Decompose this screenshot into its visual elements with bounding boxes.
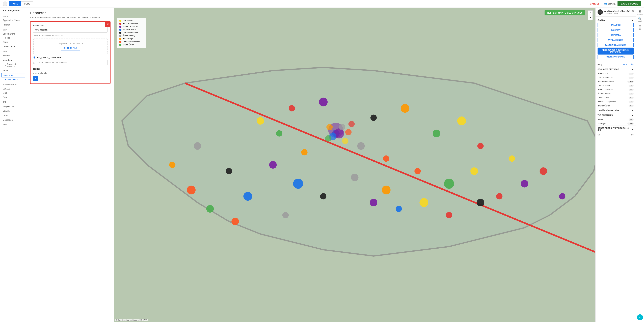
drop-zone[interactable]: Drop new data file here or CHOOSE FILE bbox=[33, 38, 108, 54]
filter-group-zamereni: ZAMĚŘENÍ ZÁKAZNÍKA ▼ bbox=[596, 108, 636, 113]
legend-item-8: Marek Černý bbox=[120, 43, 144, 46]
section-brand: BRAND bbox=[0, 13, 27, 18]
svg-point-31 bbox=[328, 123, 344, 138]
sidebar-item-center-point[interactable]: Center Point bbox=[0, 44, 27, 49]
svg-point-18 bbox=[444, 179, 454, 189]
sidebar-item-metadata[interactable]: Metadata bbox=[0, 58, 27, 62]
sidebar-item-map[interactable]: Map bbox=[0, 90, 27, 95]
sidebar-item-base-layers[interactable]: Base Layers bbox=[0, 31, 27, 36]
btn-prislusnost[interactable]: PŘÍSLUŠNOST K OBCHODNÍM ZÁSTUPCŮM bbox=[598, 48, 634, 54]
svg-point-32 bbox=[334, 128, 344, 138]
filters-section: Filtry SBALIT VŠE OBCHODNÍ ZÁSTUPCE ▲ Pe… bbox=[596, 61, 636, 138]
legend-color-6 bbox=[120, 38, 122, 40]
filter-item-simon-vesely: Šimon Veselý 131 bbox=[596, 92, 636, 96]
filter-name-novy: Nový bbox=[598, 118, 603, 121]
map-legend: Petr Novák Jana Svobodová Martin Procház… bbox=[118, 18, 146, 48]
filter-count-tomas: 107 bbox=[628, 85, 634, 87]
btn-uzemni-agregace[interactable]: ÚZEMNÍ AGREGACE bbox=[598, 54, 634, 59]
url-radio-option bbox=[33, 60, 108, 65]
sidebar-item-search[interactable]: Search bbox=[0, 109, 27, 113]
tab-code[interactable]: CODE bbox=[21, 1, 33, 6]
sidebar-item-zoom[interactable]: Zoom bbox=[0, 40, 27, 44]
sidebar-item-print[interactable]: Print bbox=[0, 122, 27, 127]
sidebar-item-partner[interactable]: Partner bbox=[0, 22, 27, 27]
resource-card-close-button[interactable]: ✕ bbox=[105, 21, 110, 27]
legend-color-4 bbox=[120, 32, 122, 34]
btn-zakaznici[interactable]: ZÁKAZNÍCI bbox=[598, 23, 634, 27]
file-radio-option: test_ciselnik_clanek.json bbox=[33, 56, 108, 59]
svg-point-13 bbox=[293, 179, 303, 189]
filter-group-typ-title: TYP ZÁKAZNÍKA bbox=[598, 114, 613, 116]
zoom-out-button[interactable]: − bbox=[588, 15, 593, 20]
items-section: Items new_ciselnik + bbox=[33, 67, 108, 81]
filter-group-odbery-header[interactable]: ODBĚR PRODUKTŮ V ROCE 2019 (KS) ▲ bbox=[596, 126, 636, 132]
panel-close-button[interactable]: ✕ bbox=[632, 9, 634, 12]
sidebar-item-data[interactable]: Data bbox=[0, 95, 27, 100]
file-selected-label: test_ciselnik_clanek.json bbox=[37, 56, 61, 59]
legend-name-2: Martin Procházka bbox=[123, 25, 138, 28]
sidebar-item-messages[interactable]: Messages bbox=[0, 118, 27, 122]
sidebar-item-areas[interactable]: Areas bbox=[0, 68, 27, 73]
sidebar-item-subject-list[interactable]: Subject List bbox=[0, 104, 27, 109]
filter-name-marek: Marek Černý bbox=[598, 105, 610, 107]
share-icon: 👥 bbox=[604, 2, 607, 5]
tab-form[interactable]: FORM bbox=[9, 1, 21, 6]
btn-zamereni-zakaznika[interactable]: ZAMĚŘENÍ ZÁKAZNÍKA bbox=[598, 43, 634, 47]
sidebar-item-source[interactable]: Source bbox=[0, 53, 27, 58]
filter-name-simon: Šimon Veselý bbox=[598, 92, 610, 95]
map-svg bbox=[114, 8, 595, 322]
svg-point-28 bbox=[509, 155, 515, 162]
save-close-button[interactable]: SAVE & CLOSE bbox=[618, 1, 641, 6]
filter-group-zamereni-header[interactable]: ZAMĚŘENÍ ZÁKAZNÍKA ▼ bbox=[596, 108, 636, 113]
icon-bar-hledat[interactable]: 🔍 Hledat bbox=[636, 16, 643, 23]
item-dot bbox=[33, 73, 34, 74]
choose-file-button[interactable]: CHOOSE FILE bbox=[61, 46, 80, 50]
url-radio[interactable] bbox=[33, 62, 36, 64]
file-radio[interactable] bbox=[33, 56, 36, 58]
sidebar-item-resources[interactable]: Resources bbox=[1, 73, 25, 77]
share-button[interactable]: 👥 SHARE bbox=[602, 1, 618, 6]
cancel-button[interactable]: CANCEL bbox=[587, 1, 602, 6]
resource-id-input[interactable] bbox=[33, 27, 108, 32]
zoom-in-button[interactable]: + bbox=[588, 10, 593, 15]
collapse-all-button[interactable]: SBALIT VŠE bbox=[623, 63, 634, 65]
panel-title: Analýza všech zákazníků bbox=[604, 10, 630, 12]
new-ciselnik-label: new_ciselnik bbox=[7, 78, 18, 81]
sidebar-item-chart[interactable]: Chart bbox=[0, 113, 27, 118]
back-button[interactable]: ← bbox=[3, 1, 8, 6]
sidebar-item-application-name[interactable]: Application Name bbox=[0, 18, 27, 22]
drop-text: Drop new data file here or bbox=[37, 42, 104, 45]
filter-group-obchodni-header[interactable]: OBCHODNÍ ZÁSTUPCE ▲ bbox=[596, 67, 636, 72]
hledat-icon: 🔍 bbox=[638, 17, 642, 21]
svg-point-35 bbox=[326, 124, 333, 130]
btn-typ-zakaznika[interactable]: TYP ZÁKAZNÍKA bbox=[598, 38, 634, 42]
analyses-header[interactable]: Analýzy ▲ bbox=[596, 18, 636, 22]
filter-group-typ-header[interactable]: TYP ZÁKAZNÍKA ▲ bbox=[596, 113, 636, 117]
btn-heatmapa[interactable]: HEATMAPA bbox=[598, 33, 634, 37]
sidebar-subitem-tile[interactable]: Tile bbox=[0, 36, 27, 40]
svg-point-8 bbox=[383, 155, 390, 162]
filter-group-odbery: ODBĚR PRODUKTŮ V ROCE 2019 (KS) ▲ Od Do bbox=[596, 126, 636, 137]
add-item-button[interactable]: + bbox=[33, 76, 38, 81]
panel-icon: ⬛ bbox=[598, 9, 603, 15]
icon-bar-tisk[interactable]: 🖨 Tisk bbox=[636, 24, 643, 30]
sidebar-subitem-new-ciselnik[interactable]: new_ciselnik bbox=[0, 78, 27, 81]
filter-group-odbery-chevron: ▲ bbox=[632, 128, 634, 130]
filter-count-josef: 372 bbox=[628, 97, 634, 99]
right-panel-header: ⬛ Analýza všech zákazníků Sportovní cent… bbox=[596, 8, 636, 16]
filter-count-martin: 1 089 bbox=[628, 81, 634, 83]
sidebar-subitem-obchodni[interactable]: Obchodní zástupce bbox=[0, 62, 27, 68]
svg-point-29 bbox=[540, 167, 547, 175]
filter-item-novy: Nový 41 bbox=[596, 117, 636, 121]
svg-point-19 bbox=[470, 167, 478, 175]
btn-clustery[interactable]: CLUSTERY bbox=[598, 28, 634, 32]
url-input[interactable] bbox=[37, 60, 108, 65]
filter-name-jana: Jana Svobodová bbox=[598, 76, 613, 79]
legend-name-6: Josef Krejčí bbox=[123, 37, 133, 40]
filter-count-marek: 343 bbox=[628, 105, 634, 107]
refresh-map-button[interactable]: REFRESH MAP TO SEE CHANGES bbox=[544, 10, 585, 15]
sidebar-item-info[interactable]: Info bbox=[0, 100, 27, 104]
icon-bar-moznosti[interactable]: ⊞ Možnosti bbox=[636, 9, 643, 16]
resource-card: ✕ Resource ID* JSON or CSV formats are s… bbox=[30, 21, 110, 84]
filters-header: Filtry SBALIT VŠE bbox=[596, 62, 636, 67]
